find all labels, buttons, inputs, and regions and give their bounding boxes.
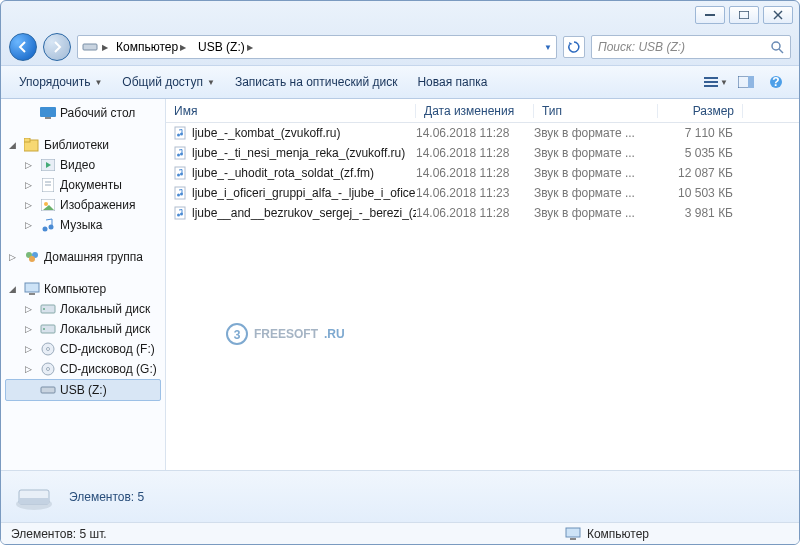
column-headers[interactable]: Имя Дата изменения Тип Размер xyxy=(166,99,799,123)
breadcrumb-seg-computer[interactable]: Компьютер▶ xyxy=(112,40,190,54)
drive-large-icon xyxy=(13,480,55,514)
refresh-button[interactable] xyxy=(563,36,585,58)
back-button[interactable] xyxy=(9,33,37,61)
cd-icon xyxy=(40,341,56,357)
audio-file-icon xyxy=(174,166,188,180)
svg-rect-42 xyxy=(175,127,185,139)
svg-point-53 xyxy=(180,193,183,196)
breadcrumb-seg-usb[interactable]: USB (Z:)▶ xyxy=(194,40,257,54)
titlebar xyxy=(1,1,799,29)
tree-homegroup[interactable]: ▷Домашняя группа xyxy=(1,247,165,267)
burn-button[interactable]: Записать на оптический диск xyxy=(227,71,406,93)
svg-point-40 xyxy=(47,368,50,371)
file-name: ljube_-_ti_nesi_menja_reka_(zvukoff.ru) xyxy=(192,146,405,160)
file-date: 14.06.2018 11:28 xyxy=(416,166,534,180)
file-list[interactable]: ljube_-_kombat_(zvukoff.ru)14.06.2018 11… xyxy=(166,123,799,470)
svg-rect-62 xyxy=(566,528,580,537)
svg-rect-41 xyxy=(41,387,55,393)
tree-video[interactable]: ▷Видео xyxy=(1,155,165,175)
desktop-icon xyxy=(40,105,56,121)
file-row[interactable]: ljube_-_uhodit_rota_soldat_(zf.fm)14.06.… xyxy=(166,163,799,183)
preview-pane-button[interactable] xyxy=(733,71,759,93)
file-row[interactable]: ljube_-_ti_nesi_menja_reka_(zvukoff.ru)1… xyxy=(166,143,799,163)
svg-point-26 xyxy=(43,227,48,232)
maximize-button[interactable] xyxy=(729,6,759,24)
svg-point-30 xyxy=(29,256,35,262)
file-row[interactable]: ljube_i_oficeri_gruppi_alfa_-_ljube_i_of… xyxy=(166,183,799,203)
file-type: Звук в формате ... xyxy=(534,166,658,180)
svg-rect-0 xyxy=(705,14,715,16)
tree-libraries[interactable]: ◢Библиотеки xyxy=(1,135,165,155)
address-bar[interactable]: ▶ Компьютер▶ USB (Z:)▶ ▼ xyxy=(77,35,557,59)
svg-point-52 xyxy=(177,194,180,197)
svg-point-55 xyxy=(177,214,180,217)
svg-rect-17 xyxy=(24,138,30,142)
tree-music[interactable]: ▷Музыка xyxy=(1,215,165,235)
col-name[interactable]: Имя xyxy=(166,104,416,118)
audio-file-icon xyxy=(174,206,188,220)
col-size[interactable]: Размер xyxy=(658,104,743,118)
nav-row: ▶ Компьютер▶ USB (Z:)▶ ▼ Поиск: USB (Z:) xyxy=(1,29,799,65)
computer-icon xyxy=(24,281,40,297)
tree-localdisk-2[interactable]: ▷Локальный диск xyxy=(1,319,165,339)
search-icon xyxy=(770,40,784,54)
svg-point-5 xyxy=(772,42,780,50)
tree-pictures[interactable]: ▷Изображения xyxy=(1,195,165,215)
hdd-icon xyxy=(40,321,56,337)
minimize-button[interactable] xyxy=(695,6,725,24)
svg-rect-14 xyxy=(40,107,56,117)
svg-rect-7 xyxy=(704,77,718,79)
nav-tree[interactable]: Рабочий стол ◢Библиотеки ▷Видео ▷Докумен… xyxy=(1,99,166,470)
svg-rect-45 xyxy=(175,147,185,159)
svg-rect-1 xyxy=(739,11,749,19)
svg-rect-61 xyxy=(19,498,49,504)
close-button[interactable] xyxy=(763,6,793,24)
search-input[interactable]: Поиск: USB (Z:) xyxy=(591,35,791,59)
col-modified[interactable]: Дата изменения xyxy=(416,104,534,118)
watermark: 3FREESOFT.RU xyxy=(226,323,799,345)
svg-rect-31 xyxy=(25,283,39,292)
file-name: ljube_-_kombat_(zvukoff.ru) xyxy=(192,126,341,140)
organize-menu[interactable]: Упорядочить▼ xyxy=(11,71,110,93)
svg-point-27 xyxy=(49,225,54,230)
tree-cd-g[interactable]: ▷CD-дисковод (G:) xyxy=(1,359,165,379)
newfolder-button[interactable]: Новая папка xyxy=(409,71,495,93)
col-type[interactable]: Тип xyxy=(534,104,658,118)
svg-rect-51 xyxy=(175,187,185,199)
svg-point-46 xyxy=(177,154,180,157)
svg-point-47 xyxy=(180,153,183,156)
file-size: 10 503 КБ xyxy=(658,186,743,200)
svg-rect-15 xyxy=(45,117,51,119)
status-location: Компьютер xyxy=(565,527,649,541)
tree-computer[interactable]: ◢Компьютер xyxy=(1,279,165,299)
forward-button[interactable] xyxy=(43,33,71,61)
svg-rect-11 xyxy=(748,76,754,88)
svg-point-50 xyxy=(180,173,183,176)
help-button[interactable]: ? xyxy=(763,71,789,93)
tree-documents[interactable]: ▷Документы xyxy=(1,175,165,195)
svg-point-44 xyxy=(180,133,183,136)
tree-localdisk-1[interactable]: ▷Локальный диск xyxy=(1,299,165,319)
svg-point-24 xyxy=(44,202,48,206)
share-menu[interactable]: Общий доступ▼ xyxy=(114,71,223,93)
music-icon xyxy=(40,217,56,233)
file-row[interactable]: ljube_-_kombat_(zvukoff.ru)14.06.2018 11… xyxy=(166,123,799,143)
tree-desktop[interactable]: Рабочий стол xyxy=(1,103,165,123)
chevron-down-icon[interactable]: ▼ xyxy=(544,43,552,52)
svg-rect-4 xyxy=(83,44,97,50)
file-row[interactable]: ljube__and__bezrukov_sergej_-_berezi_(zv… xyxy=(166,203,799,223)
file-name: ljube_-_uhodit_rota_soldat_(zf.fm) xyxy=(192,166,374,180)
body-area: Рабочий стол ◢Библиотеки ▷Видео ▷Докумен… xyxy=(1,99,799,470)
documents-icon xyxy=(40,177,56,193)
audio-file-icon xyxy=(174,186,188,200)
tree-cd-f[interactable]: ▷CD-дисковод (F:) xyxy=(1,339,165,359)
svg-text:?: ? xyxy=(772,75,779,89)
file-size: 12 087 КБ xyxy=(658,166,743,180)
status-bar: Элементов: 5 шт. Компьютер xyxy=(1,522,799,544)
tree-usb-z[interactable]: USB (Z:) xyxy=(5,379,161,401)
svg-point-49 xyxy=(177,174,180,177)
view-menu[interactable]: ▼ xyxy=(703,71,729,93)
svg-point-36 xyxy=(43,328,45,330)
computer-icon xyxy=(565,527,581,541)
file-type: Звук в формате ... xyxy=(534,206,658,220)
